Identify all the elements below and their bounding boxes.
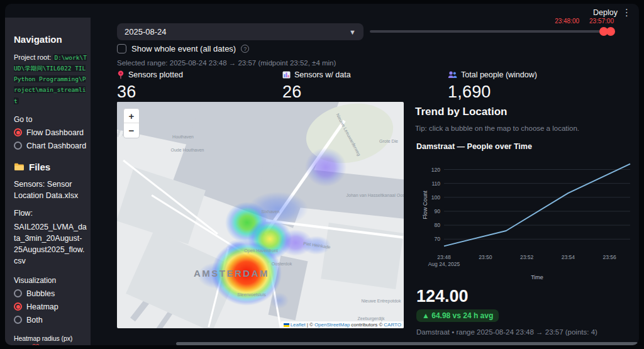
svg-text:100: 100	[431, 194, 440, 201]
metric-sensors-with-data: Sensors w/ data 26	[282, 70, 448, 102]
app-header: Deploy ⋮	[5, 4, 639, 23]
map-label: Johan van Hasseltkanaal Oost	[347, 193, 404, 197]
svg-text:23:54: 23:54	[562, 254, 575, 260]
time-slider-end-handle[interactable]	[606, 27, 615, 36]
svg-text:Flow Count: Flow Count	[422, 191, 428, 219]
heat-blob	[270, 292, 289, 309]
sidebar-title: Navigation	[14, 34, 87, 45]
trend-panel: Trend by Location Tip: click a bubble on…	[415, 102, 639, 341]
files-header: Files	[14, 162, 87, 172]
leaflet-link[interactable]: Leaflet	[291, 322, 306, 328]
svg-text:23:56: 23:56	[602, 254, 616, 260]
svg-text:23:48: 23:48	[437, 254, 451, 260]
metric-total-people: Total people (window) 1,690	[448, 70, 613, 102]
deploy-button[interactable]: Deploy	[593, 8, 618, 17]
radio-button-icon	[14, 289, 22, 297]
people-icon	[448, 71, 457, 79]
help-icon[interactable]: ?	[241, 45, 249, 53]
radius-slider-value: 30	[32, 343, 39, 345]
trend-title: Trend by Location	[415, 106, 507, 118]
svg-text:80: 80	[435, 222, 441, 228]
project-root: Project root: D:\work\TUD\学期间\TIL6022 TI…	[14, 52, 87, 106]
metric-label: Sensors w/ data	[294, 70, 351, 79]
main-content: 2025-08-24 ▼ 23:48:00 23:57:00 Show whol…	[91, 4, 639, 345]
radio-button-icon	[14, 302, 22, 311]
map-label: Zeeburgerdijk	[358, 316, 385, 321]
ukraine-flag-icon	[284, 323, 289, 327]
map-label: Oude Houthaven	[171, 148, 204, 152]
heat-blob	[305, 148, 347, 187]
map-label: Sixhaven	[262, 209, 280, 214]
whole-event-checkbox-label: Show whole event (all dates)	[131, 44, 236, 53]
map-attribution: Leaflet | © OpenStreetMap contributors ©…	[281, 321, 404, 328]
svg-text:Time: Time	[531, 274, 543, 280]
map-label: Houthaven	[172, 135, 194, 139]
map-label: Nieuwe Entrepotdok	[361, 299, 401, 303]
metric-sensors-plotted: Sensors plotted 36	[117, 70, 282, 102]
metric-value: 36	[117, 82, 282, 102]
trend-current-value: 124.00	[416, 287, 469, 306]
flow-file-label: Flow:	[14, 208, 87, 219]
map-label: Steenvoetsluis	[237, 292, 266, 297]
flow-file-name: SAIL2025_LVMA_data_3min_20August-25Augus…	[14, 221, 87, 267]
goto-radio-group: Flow Dashboard Chart Dashboard	[14, 128, 87, 150]
map-label: Oosterdok	[272, 262, 292, 266]
trend-delta-badge: ▲ 64.98 vs 24 h avg	[416, 309, 499, 322]
window-frame: Deploy ⋮ Navigation Project root: D:\wor…	[0, 0, 644, 349]
folder-icon	[14, 163, 25, 171]
radio-chart-dashboard[interactable]: Chart Dashboard	[14, 141, 87, 150]
svg-text:23:50: 23:50	[479, 254, 492, 260]
svg-text:120: 120	[431, 167, 440, 173]
time-slider-track[interactable]	[370, 30, 614, 33]
trend-tip: Tip: click a bubble on the map to choose…	[415, 125, 579, 132]
selected-range-caption: Selected range: 2025-08-24 23:48 → 23:57…	[117, 59, 336, 67]
visualization-radio-group: Bubbles Heatmap Both	[14, 289, 87, 324]
sensors-file-text: Sensors: Sensor Location Data.xlsx	[14, 179, 87, 201]
trend-line-chart[interactable]: 70809010011012023:48Aug 24, 202523:5023:…	[421, 153, 635, 284]
map-label: Open Havenfront	[244, 248, 277, 253]
radius-slider: 30	[14, 345, 87, 345]
sidebar: Navigation Project root: D:\work\TUD\学期间…	[5, 18, 91, 345]
svg-text:70: 70	[435, 236, 441, 242]
map-label: Grote Die	[379, 139, 398, 143]
horizontal-scrollbar[interactable]	[176, 342, 638, 345]
visualization-label: Visualization	[14, 276, 87, 285]
zoom-out-button[interactable]: −	[124, 123, 139, 138]
radio-button-icon	[14, 141, 22, 150]
checkbox-icon[interactable]	[117, 44, 126, 53]
metric-label: Total people (window)	[461, 70, 537, 79]
whole-event-checkbox-row[interactable]: Show whole event (all dates) ?	[117, 44, 249, 53]
app-window: Deploy ⋮ Navigation Project root: D:\wor…	[5, 4, 639, 345]
svg-text:110: 110	[431, 180, 440, 187]
trend-caption: Damstraat • range 2025-08-24 23:48 → 23:…	[416, 328, 597, 336]
carto-link[interactable]: CARTO	[384, 322, 401, 328]
leaflet-map[interactable]: AMSTERDAM HouthavenOude HouthavenNieuwe …	[117, 102, 404, 328]
radio-bubbles[interactable]: Bubbles	[14, 289, 87, 298]
kebab-menu-icon[interactable]: ⋮	[622, 7, 631, 18]
map-zoom-control: + −	[123, 108, 140, 138]
svg-text:23:52: 23:52	[520, 254, 534, 260]
metric-value: 26	[282, 82, 448, 102]
goto-label: Go to	[14, 115, 87, 124]
chevron-down-icon: ▼	[349, 28, 356, 36]
metric-label: Sensors plotted	[128, 70, 183, 79]
radio-heatmap[interactable]: Heatmap	[14, 302, 87, 311]
svg-text:Aug 24, 2025: Aug 24, 2025	[428, 261, 460, 267]
map-city-label: AMSTERDAM	[194, 268, 269, 279]
bar-chart-icon	[282, 71, 291, 79]
pin-icon	[117, 70, 125, 79]
radio-button-icon	[14, 128, 22, 136]
metric-value: 1,690	[448, 82, 613, 102]
radius-slider-label: Heatmap radius (px)	[14, 335, 87, 342]
chart-title: Damstraat — People over Time	[416, 142, 532, 151]
svg-text:90: 90	[435, 208, 441, 214]
zoom-in-button[interactable]: +	[124, 109, 139, 123]
radio-button-icon	[14, 316, 22, 324]
date-select-value: 2025-08-24	[125, 27, 349, 36]
metrics-row: Sensors plotted 36 Sensors w/ data 26 To…	[117, 70, 613, 102]
radio-both[interactable]: Both	[14, 316, 87, 324]
date-select[interactable]: 2025-08-24 ▼	[117, 23, 364, 40]
radio-flow-dashboard[interactable]: Flow Dashboard	[14, 128, 87, 137]
osm-link[interactable]: OpenStreetMap	[314, 322, 350, 328]
project-root-label: Project root:	[14, 53, 51, 61]
